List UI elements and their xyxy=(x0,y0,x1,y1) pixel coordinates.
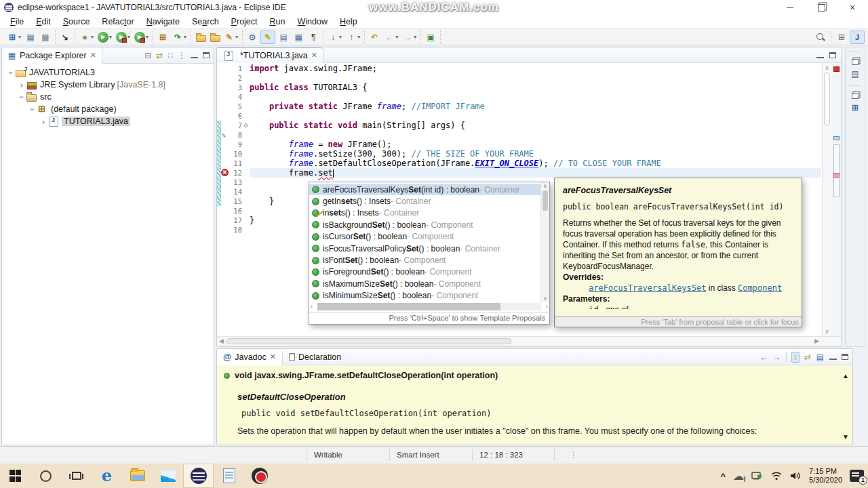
scroll-up-icon[interactable]: ∧ xyxy=(823,64,831,71)
tab-tutorial3-java[interactable]: *TUTORIAL3.java ✕ xyxy=(217,47,324,63)
open-perspective-button[interactable] xyxy=(835,31,848,43)
tab-javadoc[interactable]: @ Javadoc ✕ xyxy=(217,349,283,365)
proposal-isfontset[interactable]: isFontSet() : boolean - Component xyxy=(309,254,549,266)
proposal-isfocustraversalpolicyset[interactable]: isFocusTraversalPolicySet() : boolean - … xyxy=(309,243,549,254)
maximize-view-icon[interactable] xyxy=(842,354,848,360)
taskbar-mail-button[interactable] xyxy=(153,464,183,488)
tab-declaration[interactable]: Declaration xyxy=(283,349,347,365)
proposal-isminimumsizeset[interactable]: isMinimumSizeSet() : boolean - Component xyxy=(309,290,549,302)
focus-on-active-task-icon[interactable]: ∷ xyxy=(167,51,173,60)
change-overview-marker[interactable] xyxy=(833,136,840,140)
action-center-icon[interactable]: 1 xyxy=(850,470,864,482)
last-edit-location-button[interactable] xyxy=(368,31,381,43)
close-button[interactable]: × xyxy=(837,0,868,15)
scroll-up-icon[interactable]: ∧ xyxy=(541,183,549,189)
error-overview-marker[interactable] xyxy=(833,66,840,72)
menu-source[interactable]: Source xyxy=(57,16,96,28)
clock[interactable]: 7:15 PM 5/30/2020 xyxy=(809,467,842,485)
proposal-ismaximumsizeset[interactable]: isMaximumSizeSet() : boolean - Component xyxy=(309,278,549,289)
run-button[interactable]: ▾ xyxy=(96,31,113,43)
code-line-7[interactable]: 7⊖ public static void main(String[] args… xyxy=(217,121,821,130)
restore-view-icon[interactable] xyxy=(852,59,859,65)
tree-item-src[interactable]: ›src xyxy=(2,91,214,103)
restore-view-icon[interactable] xyxy=(852,93,859,99)
javadoc-scrollbar[interactable]: ▲ ▼ xyxy=(840,365,852,445)
menu-help[interactable]: Help xyxy=(334,16,363,28)
code-line-2[interactable]: 2 xyxy=(217,73,821,83)
maximize-button[interactable] xyxy=(806,0,837,15)
code-line-9[interactable]: 9 frame = new JFrame(); xyxy=(217,140,821,149)
scroll-left-icon[interactable]: ‹ xyxy=(311,303,313,310)
taskbar-cortana-button[interactable] xyxy=(31,464,61,488)
collapse-icon[interactable]: › xyxy=(28,104,38,114)
proposal-isforegroundset[interactable]: isForegroundSet() : boolean - Component xyxy=(309,266,549,278)
scrollbar-thumb[interactable] xyxy=(542,190,548,211)
collapse-icon[interactable]: › xyxy=(6,68,16,77)
code-line-11[interactable]: 11 frame.setDefaultCloseOperation(JFrame… xyxy=(217,159,821,168)
drag-handle[interactable]: ⋯⋯ xyxy=(848,49,862,55)
minimize-view-icon[interactable] xyxy=(191,56,198,58)
tree-item-tutorial3-java[interactable]: ›TUTORIAL3.java xyxy=(2,115,214,127)
open-resource-button[interactable] xyxy=(194,31,207,43)
show-source-button[interactable] xyxy=(277,31,290,43)
maximize-view-icon[interactable] xyxy=(203,52,210,58)
component-class-link[interactable]: Component xyxy=(738,283,782,293)
search-button[interactable] xyxy=(814,31,827,43)
taskbar-notepad-button[interactable] xyxy=(214,464,244,488)
code-line-1[interactable]: 1import javax.swing.JFrame; xyxy=(217,64,821,73)
proposal-scrollbar[interactable]: ∧ ∨ xyxy=(540,182,549,302)
new-untitled-text-file-button[interactable] xyxy=(424,31,437,43)
debug-button[interactable]: ▾ xyxy=(78,31,95,43)
volume-icon[interactable] xyxy=(790,471,802,481)
proposal-isbackgroundset[interactable]: isBackgroundSet() : boolean - Component xyxy=(309,219,549,230)
task-list-view-icon[interactable] xyxy=(852,103,859,113)
close-view-icon[interactable]: ✕ xyxy=(90,51,96,60)
close-editor-icon[interactable]: ✕ xyxy=(311,51,317,60)
show-view-table-button[interactable] xyxy=(292,31,305,43)
menu-refactor[interactable]: Refactor xyxy=(96,16,140,28)
proposal-inset[interactable]: insets() : Insets - Container xyxy=(309,207,549,219)
proposal-horizontal-scrollbar[interactable]: ‹ › xyxy=(309,302,549,312)
code-line-3[interactable]: 3public class TUTORIAL3 { xyxy=(217,83,821,92)
previous-annotation-button[interactable]: ▾ xyxy=(344,31,361,43)
open-folder-button[interactable] xyxy=(208,31,221,43)
minimize-editor-icon[interactable] xyxy=(816,56,824,58)
save-all-button[interactable] xyxy=(39,31,52,43)
select-marker-button[interactable] xyxy=(58,31,72,43)
taskbar-taskview-button[interactable] xyxy=(61,464,92,488)
menu-edit[interactable]: Edit xyxy=(30,16,57,28)
menu-search[interactable]: Search xyxy=(186,16,225,28)
build-project-button[interactable]: ▾ xyxy=(171,31,188,43)
new-wizard-button[interactable]: ▾ xyxy=(5,31,22,43)
close-view-icon[interactable]: ✕ xyxy=(270,352,276,361)
expand-icon[interactable]: › xyxy=(17,80,26,90)
open-in-browser-icon[interactable] xyxy=(816,352,825,362)
collapse-icon[interactable]: › xyxy=(17,92,27,102)
collapse-all-icon[interactable]: ⊟ xyxy=(144,51,151,60)
link-with-selection-icon[interactable]: ↕ xyxy=(791,352,800,363)
show-whitespace-button[interactable] xyxy=(307,31,320,43)
overridden-method-link[interactable]: areFocusTraversalKeysSet xyxy=(589,283,706,293)
editor-vertical-scrollbar[interactable]: ∧ ∨ xyxy=(822,63,831,336)
menu-project[interactable]: Project xyxy=(225,16,264,28)
expand-icon[interactable]: › xyxy=(39,117,48,127)
wifi-icon[interactable] xyxy=(770,471,783,481)
tree-item--default-package-[interactable]: ›(default package) xyxy=(2,103,214,115)
forward-history-button[interactable]: ▾ xyxy=(401,31,418,43)
proposal-iscursorset[interactable]: isCursorSet() : boolean - Component xyxy=(309,231,549,243)
taskbar-start-button[interactable] xyxy=(0,464,31,488)
scroll-up-icon[interactable]: ▲ xyxy=(842,372,849,380)
toggle-mark-occurrences-button[interactable] xyxy=(260,30,275,44)
back-icon[interactable]: ← xyxy=(760,352,768,362)
error-marker-icon[interactable]: ✕ xyxy=(221,169,229,176)
menu-window[interactable]: Window xyxy=(291,16,333,28)
taskbar-eclipse-button[interactable] xyxy=(183,464,214,488)
onedrive-icon[interactable]: ☁ xyxy=(733,470,744,483)
code-line-6[interactable]: 6 xyxy=(217,111,821,121)
java-perspective-button[interactable] xyxy=(850,30,865,44)
menu-file[interactable]: File xyxy=(4,16,30,28)
drag-handle[interactable]: ⋯⋯ xyxy=(848,83,862,89)
scroll-down-icon[interactable]: ∨ xyxy=(823,328,831,335)
minimize-button[interactable] xyxy=(774,0,806,15)
scroll-right-icon[interactable]: › xyxy=(546,303,548,310)
